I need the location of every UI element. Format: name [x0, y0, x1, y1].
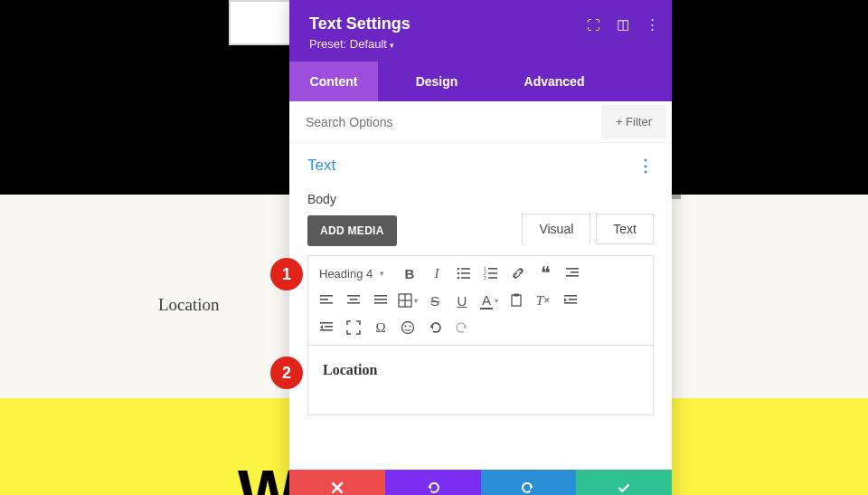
- svg-rect-18: [347, 295, 360, 297]
- snap-icon[interactable]: ◫: [617, 16, 629, 33]
- svg-point-2: [458, 272, 460, 275]
- svg-rect-21: [374, 295, 387, 297]
- footer-actions: [289, 470, 672, 495]
- expand-icon[interactable]: ⛶: [587, 17, 600, 33]
- svg-rect-22: [374, 299, 387, 300]
- svg-rect-16: [320, 299, 328, 300]
- svg-rect-9: [488, 272, 497, 274]
- body-section: Text ⋮ Body ADD MEDIA Visual Text Headin…: [289, 143, 672, 415]
- clear-formatting-icon[interactable]: T✕: [531, 289, 556, 312]
- align-justify-icon[interactable]: [368, 289, 393, 312]
- svg-rect-15: [320, 295, 333, 297]
- align-right-icon[interactable]: [560, 262, 585, 285]
- editor-toolbar: Heading 4 B I 123 ❝ S U A T✕: [307, 255, 654, 345]
- svg-point-37: [410, 326, 411, 328]
- svg-rect-5: [461, 277, 470, 279]
- bold-icon[interactable]: B: [397, 262, 422, 285]
- svg-rect-14: [566, 275, 579, 277]
- section-menu-icon[interactable]: ⋮: [637, 156, 654, 176]
- svg-rect-33: [325, 326, 333, 328]
- svg-point-35: [402, 322, 414, 334]
- more-menu-icon[interactable]: ⋮: [646, 16, 659, 33]
- align-center-icon[interactable]: [341, 289, 366, 312]
- svg-point-4: [458, 277, 460, 280]
- settings-panel: Text Settings Preset: Default ⛶ ◫ ⋮ Cont…: [289, 0, 672, 495]
- link-icon[interactable]: [505, 262, 531, 285]
- align-left-icon[interactable]: [314, 289, 339, 312]
- svg-rect-19: [350, 299, 358, 300]
- search-input[interactable]: [289, 102, 601, 142]
- strikethrough-icon[interactable]: S: [422, 289, 448, 312]
- svg-rect-32: [320, 322, 333, 324]
- svg-rect-31: [564, 302, 577, 304]
- filter-button[interactable]: Filter: [601, 105, 666, 138]
- svg-text:3: 3: [484, 275, 486, 281]
- svg-rect-11: [488, 277, 497, 279]
- bullet-list-icon[interactable]: [451, 262, 476, 285]
- svg-rect-27: [512, 295, 521, 306]
- format-selector[interactable]: Heading 4: [314, 264, 395, 283]
- tab-advanced[interactable]: Advanced: [495, 62, 613, 101]
- svg-rect-34: [320, 329, 333, 331]
- undo-button[interactable]: [385, 470, 481, 495]
- special-char-icon[interactable]: Ω: [368, 316, 393, 339]
- svg-point-0: [458, 268, 460, 271]
- svg-rect-29: [564, 295, 577, 297]
- body-label: Body: [307, 192, 654, 206]
- redo-button[interactable]: [481, 470, 577, 495]
- svg-rect-7: [488, 268, 497, 270]
- background-location-label: Location: [158, 295, 220, 315]
- paste-text-icon[interactable]: [504, 289, 529, 312]
- italic-icon[interactable]: I: [424, 262, 449, 285]
- svg-point-36: [405, 326, 407, 328]
- tab-design[interactable]: Design: [378, 62, 495, 101]
- text-color-icon[interactable]: A: [476, 289, 502, 312]
- search-row: Filter: [289, 101, 672, 143]
- indent-icon[interactable]: [558, 289, 583, 312]
- tab-content[interactable]: Content: [289, 62, 378, 101]
- table-icon[interactable]: [395, 289, 420, 312]
- svg-rect-1: [461, 268, 470, 270]
- svg-rect-20: [347, 302, 360, 304]
- editor-tab-visual[interactable]: Visual: [522, 214, 590, 244]
- confirm-button[interactable]: [576, 470, 672, 495]
- add-media-button[interactable]: ADD MEDIA: [307, 215, 397, 246]
- emoji-icon[interactable]: [395, 316, 420, 339]
- panel-shadow: [672, 0, 681, 199]
- svg-rect-30: [569, 299, 577, 300]
- underline-icon[interactable]: U: [449, 289, 475, 312]
- svg-rect-28: [514, 294, 519, 297]
- annotation-2: 2: [270, 357, 303, 389]
- svg-rect-23: [374, 302, 387, 304]
- panel-header: Text Settings Preset: Default ⛶ ◫ ⋮: [289, 0, 672, 62]
- fullscreen-icon[interactable]: [341, 316, 366, 339]
- svg-rect-17: [320, 302, 333, 304]
- cancel-button[interactable]: [289, 470, 385, 495]
- annotation-1: 1: [270, 258, 303, 290]
- redo-icon[interactable]: [449, 316, 475, 339]
- svg-rect-3: [461, 272, 470, 274]
- numbered-list-icon[interactable]: 123: [478, 262, 504, 285]
- editor-text[interactable]: Location: [323, 362, 638, 378]
- preset-selector[interactable]: Preset: Default: [309, 37, 652, 51]
- editor-content-area[interactable]: Location: [307, 345, 654, 415]
- undo-icon[interactable]: [422, 316, 448, 339]
- editor-tab-text[interactable]: Text: [596, 214, 654, 244]
- section-title[interactable]: Text: [307, 157, 335, 175]
- blockquote-icon[interactable]: ❝: [533, 262, 558, 285]
- settings-tabs: Content Design Advanced: [289, 62, 672, 101]
- svg-rect-12: [566, 268, 579, 270]
- outdent-icon[interactable]: [314, 316, 339, 339]
- svg-rect-13: [571, 271, 579, 273]
